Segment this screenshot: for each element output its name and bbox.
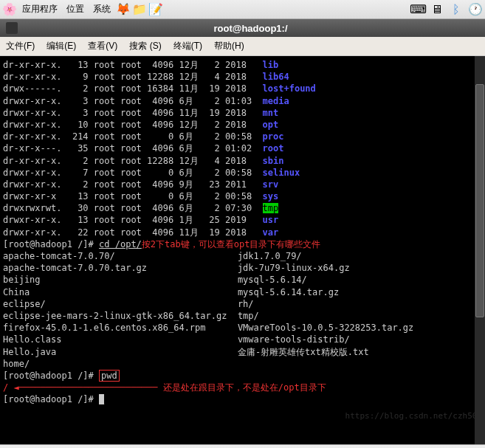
ls-row: drwxr-xr-x. 3 root root 4096 6月 2 01:03 … — [3, 95, 482, 107]
prompt-line-pwd: [root@hadoop1 /]# pwd — [3, 370, 482, 382]
file-name: lib64 — [263, 72, 289, 82]
file-listing-row: beijing mysql-5.6.14/ — [3, 274, 482, 286]
menu-file[interactable]: 文件(F) — [6, 40, 35, 52]
ls-row: drwxrwxrwt. 30 root root 4096 6月 2 07:30… — [3, 202, 482, 214]
notes-icon[interactable]: 📝 — [149, 3, 162, 16]
file-name: lib — [263, 60, 279, 70]
pwd-output-line: / ◄────────────────────────── 还是处在跟目录下，不… — [3, 382, 482, 393]
keyboard-icon[interactable]: ⌨ — [411, 3, 424, 16]
scrollbar[interactable] — [475, 56, 485, 444]
ls-row: drwxr-xr-x. 2 root root 4096 9月 23 2011 … — [3, 179, 482, 190]
ls-row: drwxr-xr-x. 13 root root 4096 1月 25 2019… — [3, 214, 482, 226]
ls-row: dr-xr-x---. 35 root root 4096 6月 2 01:02… — [3, 142, 482, 154]
window-icon — [6, 22, 18, 34]
file-name: root — [263, 143, 284, 154]
file-listing-row: apache-tomcat-7.0.70.tar.gz jdk-7u79-lin… — [3, 262, 482, 274]
file-name: tmp — [263, 203, 279, 213]
places-menu[interactable]: 位置 — [66, 3, 84, 15]
watermark: https://blog.csdn.net/czh500 — [345, 411, 482, 422]
file-name: media — [263, 96, 289, 106]
file-manager-icon[interactable]: 📁 — [133, 3, 146, 16]
file-listing-row: Hello.class vmware-tools-distrib/ — [3, 334, 482, 345]
clock-icon[interactable]: 🕐 — [469, 3, 482, 16]
file-name: selinux — [263, 168, 300, 178]
file-listing-row: eclipse-jee-mars-2-linux-gtk-x86_64.tar.… — [3, 310, 482, 322]
ls-row: drwxr-xr-x. 22 root root 4096 11月 19 201… — [3, 227, 482, 238]
menu-help[interactable]: 帮助(H) — [214, 40, 244, 52]
file-listing-row: China mysql-5.6.14.tar.gz — [3, 286, 482, 298]
firefox-icon[interactable]: 🦊 — [117, 3, 130, 16]
file-listing-row: firefox-45.0.1-1.el6.centos.x86_64.rpm V… — [3, 322, 482, 334]
ls-row: dr-xr-xr-x. 2 root root 12288 12月 4 2018… — [3, 155, 482, 167]
file-listing-row: eclipse/ rh/ — [3, 298, 482, 310]
file-name: var — [263, 227, 279, 238]
terminal-window: root@hadoop1:/ 文件(F) 编辑(E) 查看(V) 搜索 (S) … — [0, 19, 485, 444]
menubar: 文件(F) 编辑(E) 查看(V) 搜索 (S) 终端(T) 帮助(H) — [0, 37, 485, 56]
menu-view[interactable]: 查看(V) — [88, 40, 117, 52]
prompt-line-cd: [root@hadoop1 /]# cd /opt/按2下tab键，可以查看op… — [3, 238, 482, 250]
scrollbar-thumb[interactable] — [475, 84, 484, 317]
ls-row: drwx------. 2 root root 16384 11月 19 201… — [3, 83, 482, 94]
display-icon[interactable]: 🖥 — [430, 3, 444, 16]
ls-row: drwxr-xr-x. 7 root root 0 6月 2 00:58 sel… — [3, 167, 482, 179]
file-name: opt — [263, 120, 279, 130]
bottom-taskbar: root@hadoop1:/ — [0, 444, 485, 448]
window-title: root@hadoop1:/ — [22, 23, 479, 34]
apps-menu-icon[interactable]: 🌸 — [3, 3, 16, 16]
terminal-output[interactable]: dr-xr-xr-x. 13 root root 4096 12月 2 2018… — [0, 56, 485, 444]
file-name: sys — [263, 191, 279, 201]
file-name: lost+found — [263, 83, 316, 94]
bluetooth-icon[interactable]: ᛒ — [450, 3, 463, 16]
file-name: usr — [263, 215, 279, 225]
file-name: sbin — [263, 156, 284, 166]
file-name: srv — [263, 179, 279, 190]
menu-edit[interactable]: 编辑(E) — [47, 40, 76, 52]
titlebar[interactable]: root@hadoop1:/ — [0, 19, 485, 37]
ls-row: drwxr-xr-x 13 root root 0 6月 2 00:58 sys — [3, 190, 482, 202]
system-menu[interactable]: 系统 — [93, 3, 111, 15]
ls-row: dr-xr-xr-x. 13 root root 4096 12月 2 2018… — [3, 59, 482, 71]
menu-search[interactable]: 搜索 (S) — [129, 40, 161, 52]
file-listing-row: home/ — [3, 358, 482, 370]
ls-row: dr-xr-xr-x. 214 root root 0 6月 2 00:58 p… — [3, 131, 482, 142]
prompt-line-empty: [root@hadoop1 /]# _ — [3, 393, 482, 405]
menu-terminal[interactable]: 终端(T) — [173, 40, 202, 52]
apps-menu[interactable]: 应用程序 — [22, 3, 58, 15]
ls-row: drwxr-xr-x. 10 root root 4096 12月 2 2018… — [3, 119, 482, 131]
file-name: mnt — [263, 108, 279, 118]
ls-row: drwxr-xr-x. 3 root root 4096 11月 19 2018… — [3, 107, 482, 119]
file-listing-row: Hello.java 金庸-射雕英雄传txt精校版.txt — [3, 346, 482, 358]
file-name: proc — [263, 131, 284, 142]
file-listing-row: apache-tomcat-7.0.70/ jdk1.7.0_79/ — [3, 250, 482, 262]
system-taskbar: 🌸 应用程序 位置 系统 🦊 📁 📝 ⌨ 🖥 ᛒ 🕐 — [0, 0, 485, 19]
ls-row: dr-xr-xr-x. 9 root root 12288 12月 4 2018… — [3, 71, 482, 83]
